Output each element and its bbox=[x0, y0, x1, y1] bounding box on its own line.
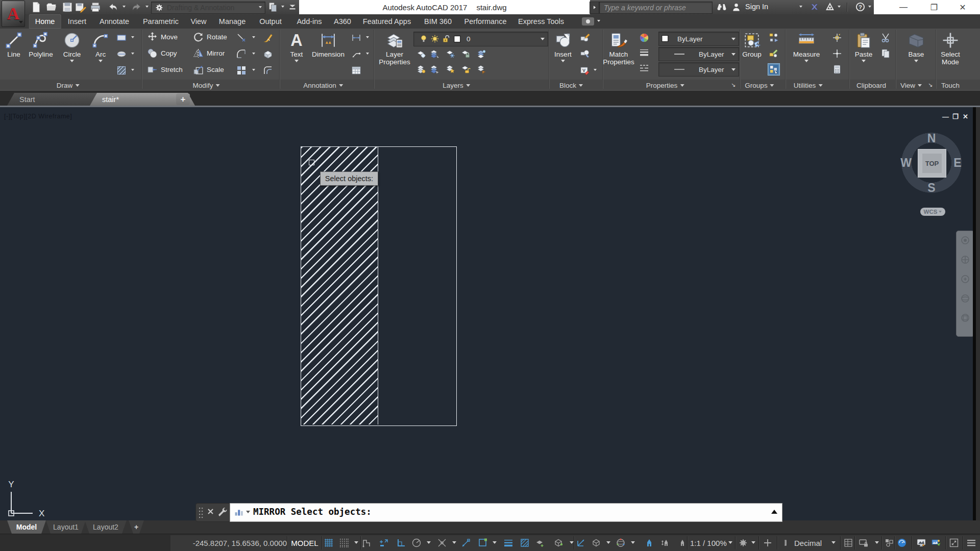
block-block-attributes-button[interactable]: V bbox=[580, 65, 590, 76]
ribbon-tab-featured-apps[interactable]: Featured Apps bbox=[357, 14, 417, 29]
search-button[interactable] bbox=[716, 2, 726, 12]
units-caret[interactable] bbox=[831, 541, 836, 544]
modify-explode-button[interactable] bbox=[263, 49, 273, 59]
nav-orbit-icon[interactable] bbox=[960, 293, 970, 304]
status-gizmo-button[interactable] bbox=[616, 538, 626, 548]
properties-combo-0[interactable]: ByLayer bbox=[658, 32, 739, 46]
utilities-quick-calculator-button[interactable] bbox=[832, 64, 842, 74]
viewcube-south[interactable]: S bbox=[927, 181, 935, 195]
bulb-icon[interactable] bbox=[419, 34, 428, 43]
units-button[interactable]: Decimal bbox=[794, 535, 822, 550]
panel-modify[interactable]: Modify bbox=[193, 81, 220, 90]
layers-layer-unisolate-button[interactable] bbox=[430, 49, 440, 59]
properties-linetype-button[interactable] bbox=[639, 63, 649, 73]
status-object-snap-tracking-caret[interactable] bbox=[452, 541, 456, 544]
hatch-region[interactable] bbox=[301, 147, 378, 424]
ribbon-button-layer-properties[interactable]: LayerProperties bbox=[375, 30, 414, 66]
qat-save-as-button[interactable] bbox=[75, 2, 86, 13]
layer-combo-caret[interactable] bbox=[541, 38, 545, 40]
layers-layer-freeze-button[interactable] bbox=[446, 49, 456, 59]
ribbon-button-dimension[interactable]: Dimension bbox=[309, 30, 348, 58]
a360-caret[interactable] bbox=[838, 6, 841, 8]
touch-mode-button[interactable] bbox=[582, 17, 594, 26]
annotation-scale-caret[interactable] bbox=[728, 541, 732, 544]
draw-ellipse-button[interactable] bbox=[116, 49, 127, 59]
wcs-menu[interactable]: WCS bbox=[920, 208, 945, 216]
ribbon-tab-output[interactable]: Output bbox=[253, 14, 288, 29]
layers-layer-state1-button[interactable] bbox=[416, 64, 427, 74]
status-graphics-performance-button[interactable] bbox=[897, 538, 907, 548]
draw-hatch-button[interactable] bbox=[116, 65, 127, 76]
annotation-leader-button[interactable] bbox=[351, 49, 361, 59]
status-ortho-mode-button[interactable] bbox=[396, 538, 406, 548]
status-clean-screen-images-button[interactable] bbox=[931, 538, 941, 548]
qat-redo-button[interactable] bbox=[131, 2, 142, 13]
sign-in-button[interactable]: Sign In bbox=[745, 3, 768, 11]
layers-layer-make-current-button[interactable] bbox=[477, 49, 487, 59]
properties-combo-2[interactable]: ByLayer bbox=[658, 62, 739, 77]
viewcube-top-face[interactable]: TOP bbox=[918, 149, 946, 178]
layers-layer-delete-button[interactable] bbox=[477, 64, 487, 74]
help-button[interactable]: ? bbox=[855, 2, 865, 12]
nav-motion-icon[interactable] bbox=[960, 313, 970, 323]
properties-panel-launcher[interactable]: ↘ bbox=[731, 82, 737, 88]
drawing-canvas[interactable]: [-][Top][2D Wireframe]—❐✕Select objects:… bbox=[0, 107, 980, 520]
layout-tab-layout2[interactable]: Layout2 bbox=[85, 520, 127, 534]
view-panel-launcher[interactable]: ↘ bbox=[928, 82, 934, 88]
layers-layer-match-button[interactable] bbox=[446, 64, 456, 74]
ribbon-button-paste[interactable]: Paste bbox=[852, 30, 875, 62]
qat-plot-button[interactable] bbox=[90, 2, 101, 13]
status-workspace-switching-button[interactable] bbox=[738, 538, 748, 548]
viewport-controls[interactable]: [-][Top][2D Wireframe] bbox=[4, 113, 72, 120]
ribbon-button-group[interactable]: Group bbox=[740, 30, 764, 58]
command-close-icon[interactable] bbox=[208, 509, 213, 514]
status-clean-screen-button[interactable] bbox=[949, 538, 959, 548]
status-dynamic-ucs-button[interactable] bbox=[576, 538, 586, 548]
drawing-window-restore-button[interactable]: ❐ bbox=[952, 113, 959, 120]
coordinates-display[interactable]: -245.8207, 15.6536, 0.0000 bbox=[172, 535, 292, 550]
status-object-snap-button[interactable] bbox=[478, 538, 488, 548]
modify-fillet-button[interactable] bbox=[236, 49, 247, 59]
ribbon-tab-home[interactable]: Home bbox=[29, 14, 61, 29]
block-block-edit-button[interactable] bbox=[580, 33, 590, 43]
ribbon-button-copy[interactable]: Copy bbox=[147, 48, 177, 59]
layers-layer-state2-button[interactable] bbox=[430, 64, 440, 74]
status-snap-mode-button[interactable] bbox=[339, 538, 349, 548]
restore-button[interactable]: ❐ bbox=[923, 0, 945, 14]
qat-more-commands-button[interactable] bbox=[287, 2, 298, 13]
viewcube[interactable]: NWESTOP bbox=[901, 133, 962, 193]
ribbon-tab-manage[interactable]: Manage bbox=[213, 14, 252, 29]
block-block-attributes-caret[interactable] bbox=[594, 69, 597, 71]
command-prompt-text[interactable]: MIRROR Select objects: bbox=[253, 507, 372, 517]
block-block-create-button[interactable] bbox=[580, 49, 590, 59]
qat-sheetset-button[interactable] bbox=[267, 2, 279, 13]
qat-save-button[interactable] bbox=[62, 2, 73, 13]
annotation-linear-dimension-button[interactable] bbox=[351, 33, 361, 43]
ribbon-tab-insert[interactable]: Insert bbox=[62, 14, 92, 29]
status-selection-cycling-button[interactable] bbox=[535, 538, 545, 548]
layers-layer-lock-button[interactable] bbox=[461, 49, 471, 59]
ribbon-tab-performance[interactable]: Performance bbox=[458, 14, 512, 29]
drawing-window-close-button[interactable]: ✕ bbox=[963, 113, 968, 120]
ribbon-tab-a360[interactable]: A360 bbox=[328, 14, 357, 29]
panel-utilities[interactable]: Utilities bbox=[794, 81, 823, 90]
qat-redo-caret[interactable] bbox=[145, 6, 149, 8]
annotation-leader-caret[interactable] bbox=[366, 53, 369, 55]
viewcube-north[interactable]: N bbox=[927, 132, 936, 145]
infocenter-toggle-button[interactable] bbox=[590, 2, 599, 14]
groups-ungroup-button[interactable] bbox=[769, 33, 779, 43]
command-line-caret[interactable] bbox=[246, 511, 250, 513]
properties-object-color-button[interactable] bbox=[639, 33, 649, 43]
clipboard-copy-clip-button[interactable] bbox=[880, 48, 891, 59]
qat-sheetset-caret[interactable] bbox=[281, 6, 284, 8]
qat-open-button[interactable] bbox=[46, 2, 57, 13]
ribbon-button-measure[interactable]: Measure bbox=[791, 30, 822, 62]
status-annotation-visibility-button[interactable] bbox=[644, 538, 654, 548]
properties-combo-1[interactable]: ByLayer bbox=[658, 47, 739, 61]
properties-combo-0-caret[interactable] bbox=[731, 38, 736, 40]
status-annotation-monitor-button[interactable] bbox=[763, 538, 773, 548]
status-customization-button[interactable] bbox=[966, 538, 976, 548]
status-lineweight-display-button[interactable] bbox=[503, 538, 513, 548]
modify-fillet-caret[interactable] bbox=[252, 53, 255, 55]
status-workspace-caret[interactable] bbox=[751, 541, 755, 544]
